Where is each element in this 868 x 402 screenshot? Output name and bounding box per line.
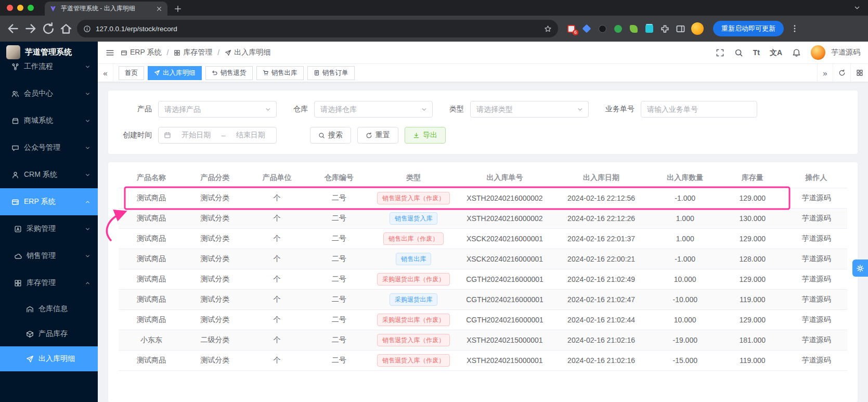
bell-icon[interactable] [792, 48, 801, 57]
sidebar-item-mall[interactable]: 商城系统 [0, 107, 98, 134]
export-button[interactable]: 导出 [405, 127, 446, 144]
browser-menu-icon[interactable] [790, 24, 799, 33]
product-select-input[interactable] [159, 101, 276, 117]
extensions-menu-icon[interactable] [660, 24, 670, 34]
breadcrumb-item-erp[interactable]: ERP 系统 [121, 48, 161, 57]
fullscreen-icon[interactable] [716, 48, 724, 57]
tab-sale-return[interactable]: 销售退货 [205, 66, 253, 80]
cell-category: 测试分类 [184, 275, 246, 284]
product-select[interactable] [158, 101, 277, 118]
extension-icon[interactable] [582, 24, 592, 34]
tab-close-icon[interactable] [156, 5, 163, 12]
user-name[interactable]: 芋道源码 [831, 48, 860, 57]
cell-product: 测试商品 [119, 254, 184, 264]
cell-warehouse: 二号 [308, 315, 370, 325]
collapse-sidebar-icon[interactable] [106, 48, 114, 57]
browser-profile-avatar[interactable] [691, 22, 704, 35]
extension-glyph [599, 25, 606, 33]
tab-home[interactable]: 首页 [119, 66, 144, 80]
warehouse-select-input[interactable] [315, 101, 432, 117]
type-select-input[interactable] [471, 101, 588, 117]
sidebar-item-purchase[interactable]: 采购管理 [0, 215, 98, 242]
sidebar-item-mp-manage[interactable]: 公众号管理 [0, 134, 98, 161]
cell-order-no: CGTH20240216000001 [457, 316, 552, 324]
sidebar-item-label: 销售管理 [27, 251, 85, 261]
font-size-icon[interactable]: Tt [753, 48, 760, 57]
tags-refresh-button[interactable] [833, 64, 850, 82]
tab-sale-out[interactable]: 销售出库 [256, 66, 304, 80]
chevron-down-icon [265, 106, 271, 113]
sidebar-item-crm[interactable]: CRM 系统 [0, 161, 98, 188]
minimize-window-button[interactable] [17, 5, 23, 11]
cell-product: 测试商品 [119, 214, 184, 223]
side-panel-icon[interactable] [676, 24, 685, 34]
biz-no-field[interactable] [641, 101, 757, 118]
page-header: ERP 系统 / 库存管理 / 出入库明细 Tt 文A [98, 42, 868, 64]
cell-qty: -10.000 [651, 295, 720, 304]
back-button[interactable] [6, 22, 20, 35]
reload-button[interactable] [42, 22, 55, 35]
tags-scroll-right-icon[interactable]: » [817, 64, 833, 82]
extension-icon[interactable] [629, 24, 639, 34]
search-button[interactable]: 搜索 [310, 127, 351, 144]
search-icon[interactable] [734, 48, 743, 57]
sidebar-item-sales[interactable]: 销售管理 [0, 242, 98, 269]
extension-icon[interactable]: 6 [566, 24, 576, 34]
type-select[interactable] [470, 101, 589, 118]
sidebar-item-member-center[interactable]: 会员中心 [0, 80, 98, 107]
forward-button[interactable] [24, 22, 37, 35]
end-date-placeholder[interactable]: 结束日期 [230, 131, 271, 140]
sidebar-item-erp[interactable]: ERP 系统 [0, 188, 98, 215]
tab-label: 销售订单 [322, 69, 348, 77]
breadcrumb-item-inventory[interactable]: 库存管理 [174, 48, 212, 57]
sidebar-item-stock-record[interactable]: 出入库明细 [0, 346, 98, 371]
reset-button[interactable]: 重置 [357, 127, 398, 144]
home-button[interactable] [59, 22, 73, 35]
cell-date: 2024-02-16 21:02:44 [552, 316, 651, 324]
extension-icon[interactable] [644, 24, 654, 34]
new-tab-button[interactable] [174, 5, 182, 13]
column-header: 仓库编号 [308, 173, 370, 183]
tab-stock-record[interactable]: 出入库明细 [148, 66, 202, 80]
url-text[interactable]: 127.0.0.1/erp/stock/record [96, 25, 539, 33]
extension-icon[interactable] [598, 24, 607, 34]
member-icon [11, 90, 19, 98]
date-range-picker[interactable]: 开始日期 – 结束日期 [158, 127, 277, 144]
tab-label: 销售退货 [221, 69, 247, 77]
sidebar-item-label: 会员中心 [24, 89, 85, 98]
tags-menu-button[interactable] [850, 64, 868, 82]
url-bar[interactable]: 127.0.0.1/erp/stock/record [77, 20, 558, 37]
translate-icon[interactable]: 文A [770, 48, 782, 57]
download-icon [413, 132, 420, 139]
cell-warehouse: 二号 [308, 356, 370, 365]
table-row: 测试商品测试分类个二号采购退货出库CGTH202402160000012024-… [119, 290, 847, 310]
cell-product: 测试商品 [119, 193, 184, 203]
erp-icon [11, 198, 19, 206]
extension-icon[interactable] [613, 24, 623, 34]
extension-badge: 6 [573, 30, 578, 35]
biz-no-input[interactable] [641, 101, 757, 117]
browser-tab[interactable]: 芋道管理系统 - 出入库明细 [45, 2, 167, 16]
warehouse-select[interactable] [314, 101, 433, 118]
table-row: 测试商品测试分类个二号销售退货入库（作废）XSTH202402160000022… [119, 188, 847, 209]
tab-sale-order[interactable]: 销售订单 [307, 66, 355, 80]
sidebar-item-warehouse-info[interactable]: 仓库信息 [0, 296, 98, 321]
refresh-icon [838, 69, 846, 76]
mp-icon [11, 144, 19, 152]
sidebar-item-inventory[interactable]: 库存管理 [0, 269, 98, 296]
start-date-placeholder[interactable]: 开始日期 [176, 131, 217, 140]
cell-qty: -1.000 [651, 255, 720, 263]
zoom-window-button[interactable] [28, 5, 34, 11]
filter-label: 产品 [121, 105, 152, 114]
site-info-icon[interactable] [83, 25, 91, 33]
tags-scroll-left-icon[interactable]: « [98, 64, 113, 82]
bookmark-star-icon[interactable] [544, 25, 552, 33]
sidebar-item-product-stock[interactable]: 产品库存 [0, 321, 98, 346]
breadcrumb-item-stock-record[interactable]: 出入库明细 [225, 48, 270, 57]
type-tag: 销售退货入库 [390, 212, 437, 225]
user-avatar[interactable] [811, 45, 825, 60]
tab-search-icon[interactable] [853, 4, 861, 11]
close-window-button[interactable] [7, 5, 13, 11]
floating-settings-button[interactable] [852, 260, 868, 277]
browser-update-button[interactable]: 重新启动即可更新 [713, 21, 784, 36]
